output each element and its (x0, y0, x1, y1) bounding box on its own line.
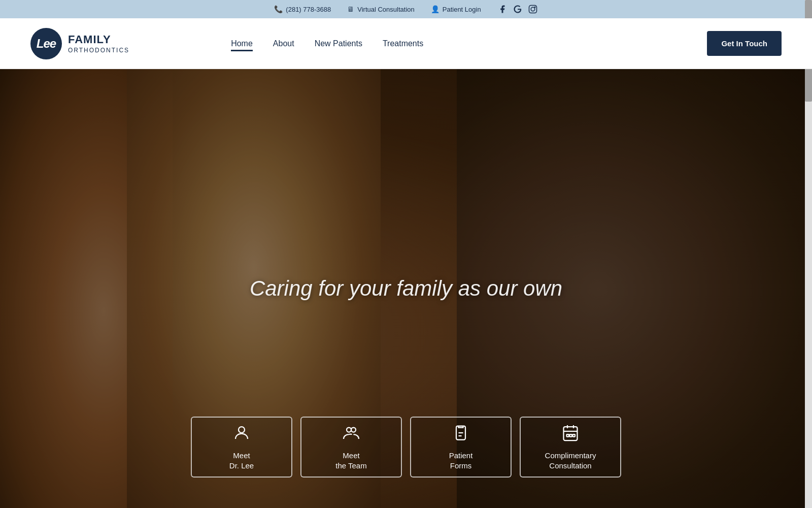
patient-forms-card[interactable]: PatientForms (410, 417, 512, 478)
top-bar: 📞 (281) 778-3688 🖥 Virtual Consultation … (0, 0, 812, 18)
hero-section: Caring for your family as our own MeetDr… (0, 69, 812, 508)
nav-home-link[interactable]: Home (231, 39, 253, 51)
svg-point-5 (351, 428, 356, 432)
monitor-icon: 🖥 (347, 5, 354, 13)
virtual-consultation-label: Virtual Consultation (357, 6, 415, 13)
instagram-icon[interactable] (528, 4, 538, 14)
person-icon (232, 424, 251, 446)
nav-item-home[interactable]: Home (231, 39, 253, 48)
calendar-icon (561, 424, 580, 446)
nav-new-patients-link[interactable]: New Patients (315, 39, 362, 50)
meet-the-team-card[interactable]: Meetthe Team (300, 417, 402, 478)
svg-rect-9 (570, 434, 572, 437)
user-icon: 👤 (431, 5, 439, 13)
logo-text: FAMILY ORTHODONTICS (68, 33, 129, 54)
nav-links: Home About New Patients Treatments (231, 39, 423, 48)
patient-login-label: Patient Login (443, 6, 481, 13)
google-icon[interactable] (513, 4, 523, 14)
hero-cards: MeetDr. Lee Meetthe Team (191, 417, 621, 478)
meet-dr-lee-label: MeetDr. Lee (229, 451, 254, 470)
social-icons (497, 4, 538, 14)
patient-forms-label: PatientForms (449, 451, 473, 470)
phone-link[interactable]: 📞 (281) 778-3688 (274, 5, 331, 13)
svg-point-1 (531, 7, 535, 11)
scrollbar[interactable] (805, 0, 812, 508)
meet-the-team-label: Meetthe Team (335, 451, 366, 470)
nav-about-link[interactable]: About (273, 39, 294, 50)
complimentary-consultation-label: ComplimentaryConsultation (545, 451, 596, 470)
nav-item-about[interactable]: About (273, 39, 294, 48)
clipboard-icon (452, 424, 470, 446)
nav-item-treatments[interactable]: Treatments (383, 39, 423, 48)
logo-link[interactable]: Lee FAMILY ORTHODONTICS (30, 28, 129, 59)
hero-tagline: Caring for your family as our own (250, 276, 562, 301)
svg-rect-0 (529, 6, 536, 13)
svg-point-4 (347, 428, 351, 432)
svg-rect-10 (573, 434, 576, 437)
patient-login-link[interactable]: 👤 Patient Login (431, 5, 481, 13)
virtual-consultation-link[interactable]: 🖥 Virtual Consultation (347, 5, 415, 13)
svg-rect-7 (564, 427, 578, 440)
phone-icon: 📞 (274, 5, 283, 13)
svg-point-2 (534, 7, 535, 8)
nav-treatments-link[interactable]: Treatments (383, 39, 423, 50)
phone-number: (281) 778-3688 (286, 6, 331, 13)
group-icon (342, 424, 360, 446)
meet-dr-lee-card[interactable]: MeetDr. Lee (191, 417, 292, 478)
logo-circle: Lee (30, 28, 62, 59)
facebook-icon[interactable] (497, 4, 507, 14)
logo-sub: ORTHODONTICS (68, 47, 129, 54)
get-in-touch-button[interactable]: Get In Touch (707, 31, 782, 56)
navbar: Lee FAMILY ORTHODONTICS Home About New P… (0, 18, 812, 69)
svg-point-3 (239, 427, 245, 433)
complimentary-consultation-card[interactable]: ComplimentaryConsultation (520, 417, 621, 478)
logo-name: FAMILY (68, 33, 129, 46)
nav-item-new-patients[interactable]: New Patients (315, 39, 362, 48)
svg-rect-8 (567, 434, 569, 437)
hero-text: Caring for your family as our own (250, 276, 562, 301)
